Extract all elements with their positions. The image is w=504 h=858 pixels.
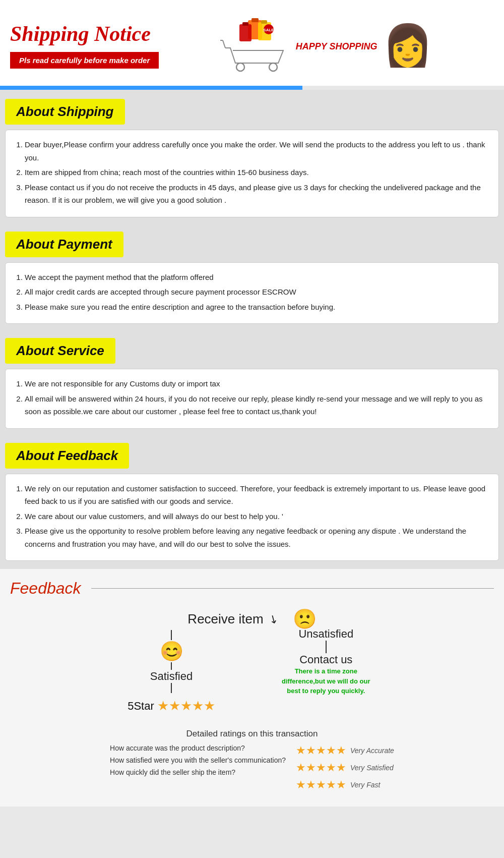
blue-bar (0, 86, 504, 90)
list-item: Please make sure you read the entire des… (25, 301, 488, 314)
contact-us-title: Contact us (299, 653, 352, 666)
feedback-title-row: Feedback (10, 579, 494, 598)
svg-rect-2 (239, 24, 251, 41)
happy-shopping-text: HAPPY SHOPPING (296, 41, 377, 52)
five-stars: ★★★★★ (157, 698, 215, 714)
page-title: Shipping Notice (10, 22, 159, 45)
list-item: Please contact us if you do not receive … (25, 181, 488, 207)
receive-item-text: Receive item (187, 611, 263, 627)
svg-point-10 (236, 63, 244, 71)
rating-row: ★★★★★ Very Satisfied (296, 761, 394, 774)
feedback-content: We rely on our reputation and customer s… (5, 474, 499, 561)
satisfied-emoji: 😊 (160, 640, 183, 662)
ratings-questions: How accurate was the product description… (110, 744, 394, 791)
header-subtitle: Pls read carefully before make order (10, 52, 159, 69)
svg-rect-3 (242, 22, 248, 26)
feedback-section: Feedback Receive item ↘ 🙁 😊 Satisfied 5S… (0, 569, 504, 807)
list-item: How quickly did the seller ship the item… (110, 768, 286, 776)
header-left: Shipping Notice Pls read carefully befor… (10, 22, 159, 68)
unsatisfied-text: Unsatisfied (298, 627, 353, 641)
list-item: We accept the payment method that the pl… (25, 271, 488, 284)
stars-1: ★★★★★ (296, 744, 346, 757)
feedback-header: About Feedback (5, 443, 129, 469)
rating-row: ★★★★★ Very Accurate (296, 744, 394, 757)
rating-row: ★★★★★ Very Fast (296, 778, 380, 791)
list-item: How satisfied were you with the seller's… (110, 756, 286, 764)
service-content: We are not responsible for any Customs d… (5, 369, 499, 429)
stars-column: ★★★★★ Very Accurate ★★★★★ Very Satisfied… (296, 744, 394, 791)
svg-rect-1 (251, 18, 259, 22)
feedback-section-title: Feedback (10, 579, 81, 598)
satisfied-text: Satisfied (150, 670, 193, 683)
page-header: Shipping Notice Pls read carefully befor… (0, 0, 504, 86)
questions-column: How accurate was the product description… (110, 744, 286, 776)
list-item: All email will be answered within 24 hou… (25, 392, 488, 418)
header-right: SALE HAPPY SHOPPING 👩 (159, 15, 494, 76)
list-item: Item are shipped from china; reach most … (25, 166, 488, 179)
five-star-row: 5Star ★★★★★ (128, 698, 215, 714)
detailed-ratings: Detailed ratings on this transaction How… (10, 729, 494, 791)
svg-line-8 (223, 40, 225, 48)
shipping-header: About Shipping (5, 99, 125, 125)
ratings-title: Detailed ratings on this transaction (186, 729, 318, 739)
list-item: We rely on our reputation and customer s… (25, 482, 488, 508)
stars-3: ★★★★★ (296, 778, 346, 791)
feedback-divider (91, 588, 494, 589)
rating-label-2: Very Satisfied (350, 764, 394, 772)
flow-diagram: Receive item ↘ 🙁 😊 Satisfied 5Star ★★★★★… (10, 608, 494, 791)
svg-point-11 (269, 63, 277, 71)
list-item: All major credit cards are accepted thro… (25, 285, 488, 299)
list-item: We are not responsible for any Customs d… (25, 377, 488, 390)
rating-label-1: Very Accurate (350, 747, 394, 755)
list-item: We care about our value customers, and w… (25, 510, 488, 523)
svg-rect-5 (261, 20, 267, 24)
list-item: How accurate was the product description… (110, 744, 286, 752)
shipping-content: Dear buyer,Please confirm your address c… (5, 130, 499, 217)
rating-label-3: Very Fast (350, 781, 380, 789)
contact-text: There is a time zone difference,but we w… (276, 666, 376, 696)
cart-icon: SALE (220, 15, 291, 76)
satisfied-branch: 😊 Satisfied 5Star ★★★★★ (128, 630, 215, 719)
service-header: About Service (5, 338, 115, 364)
payment-header: About Payment (5, 232, 123, 257)
stars-2: ★★★★★ (296, 761, 346, 774)
payment-content: We accept the payment method that the pl… (5, 262, 499, 324)
woman-figure: 👩 (383, 25, 433, 66)
list-item: Dear buyer,Please confirm your address c… (25, 138, 488, 164)
list-item: Please give us the opportunity to resolv… (25, 525, 488, 550)
unsatisfied-branch: Unsatisfied Contact us There is a time z… (276, 625, 376, 696)
svg-text:SALE: SALE (263, 28, 274, 32)
